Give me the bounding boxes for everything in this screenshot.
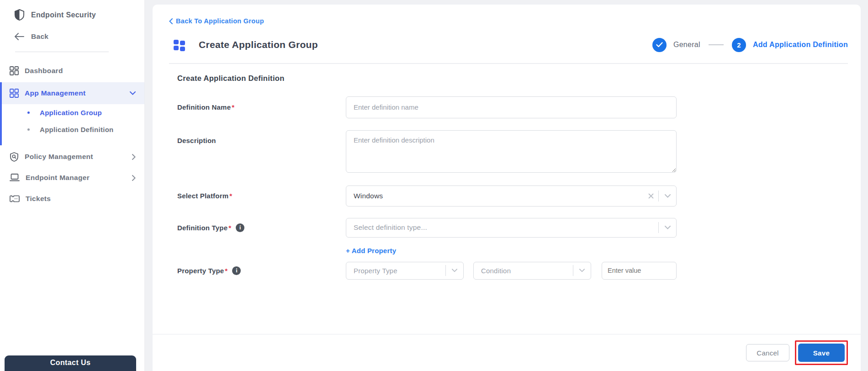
property-type-placeholder: Property Type — [346, 267, 445, 275]
chevron-down-icon[interactable] — [659, 194, 676, 198]
laptop-icon — [10, 174, 20, 182]
step-add-definition-label: Add Application Definition — [753, 41, 848, 49]
policy-shield-icon — [10, 152, 19, 162]
sidebar: Endpoint Security Back Dashboard App Man… — [0, 0, 145, 371]
brand: Endpoint Security — [0, 0, 144, 21]
ticket-icon — [10, 195, 20, 202]
required-asterisk: * — [232, 103, 234, 111]
contact-us-button[interactable]: Contact Us — [5, 355, 136, 371]
sidebar-item-label: Policy Management — [25, 153, 93, 161]
chevron-down-icon[interactable] — [573, 269, 591, 272]
definition-type-placeholder: Select definition type... — [346, 223, 658, 232]
description-row: Description — [177, 130, 848, 175]
info-icon[interactable]: i — [236, 223, 244, 232]
save-highlight-annotation: Save — [795, 340, 848, 365]
app-grid-icon — [10, 89, 19, 98]
main-area: Back To Application Group Create Applica… — [145, 0, 868, 371]
definition-name-label: Definition Name* — [177, 103, 234, 111]
section-title: Create Application Definition — [177, 74, 848, 83]
chevron-down-icon[interactable] — [446, 269, 463, 272]
step-done-check-icon — [652, 38, 667, 52]
add-property-link[interactable]: + Add Property — [346, 247, 396, 254]
sidebar-item-policy-management[interactable]: Policy Management — [0, 146, 144, 167]
form-footer: Cancel Save — [153, 334, 861, 371]
sidebar-item-label: Dashboard — [25, 67, 63, 75]
platform-select[interactable]: Windows — [346, 186, 677, 207]
app-group-grid-icon — [174, 39, 185, 51]
chevron-right-icon — [132, 175, 136, 181]
sidebar-item-application-definition[interactable]: Application Definition — [2, 121, 144, 138]
definition-name-input[interactable] — [346, 96, 677, 118]
condition-placeholder: Condition — [474, 267, 573, 275]
required-asterisk: * — [229, 192, 232, 200]
sidebar-item-application-group[interactable]: Application Group — [2, 104, 144, 121]
sidebar-item-label: App Management — [25, 89, 85, 97]
page-title: Create Application Group — [199, 39, 318, 50]
chevron-down-icon[interactable] — [659, 226, 676, 229]
brand-name: Endpoint Security — [31, 11, 96, 19]
definition-type-label: Definition Type* — [177, 224, 231, 232]
select-platform-label: Select Platform* — [177, 192, 232, 200]
sidebar-item-app-management[interactable]: App Management — [2, 82, 144, 104]
sidebar-item-endpoint-manager[interactable]: Endpoint Manager — [0, 167, 144, 188]
bullet-icon — [27, 111, 30, 114]
cancel-button[interactable]: Cancel — [746, 344, 789, 361]
sidebar-subitem-label: Application Group — [40, 109, 102, 117]
save-button[interactable]: Save — [798, 344, 845, 362]
chevron-right-icon — [132, 154, 136, 160]
platform-select-value: Windows — [346, 192, 644, 200]
sidebar-divider — [15, 52, 109, 52]
required-asterisk: * — [225, 267, 228, 275]
info-icon[interactable]: i — [232, 266, 241, 275]
sidebar-item-tickets[interactable]: Tickets — [0, 188, 144, 209]
stepper: General 2 Add Application Definition — [652, 38, 848, 52]
back-to-application-group-link[interactable]: Back To Application Group — [169, 17, 264, 25]
required-asterisk: * — [228, 224, 231, 232]
property-type-row: Property Type* i Property Type Condition — [177, 262, 848, 280]
step-2-circle: 2 — [732, 38, 746, 52]
description-textarea[interactable] — [346, 130, 677, 173]
sidebar-back-button[interactable]: Back — [0, 21, 144, 41]
step-general-label: General — [673, 41, 700, 49]
card-header: Back To Application Group Create Applica… — [153, 5, 861, 64]
dashboard-grid-icon — [10, 66, 19, 75]
clear-selection-icon[interactable] — [644, 193, 658, 199]
sidebar-item-dashboard[interactable]: Dashboard — [0, 60, 144, 81]
property-type-label: Property Type* — [177, 267, 228, 275]
select-platform-row: Select Platform* Windows — [177, 186, 848, 207]
definition-type-select[interactable]: Select definition type... — [346, 218, 677, 238]
sidebar-back-label: Back — [31, 32, 48, 41]
sidebar-nav: Dashboard App Management Application Gro… — [0, 60, 144, 209]
sidebar-subitem-label: Application Definition — [40, 126, 114, 133]
title-row: Create Application Group General 2 Add A… — [169, 38, 848, 52]
chevron-left-icon — [169, 18, 173, 24]
content-card: Back To Application Group Create Applica… — [153, 5, 861, 371]
form-body: Create Application Definition Definition… — [153, 64, 861, 280]
bullet-icon — [27, 128, 30, 131]
back-link-label: Back To Application Group — [176, 17, 264, 25]
property-type-select[interactable]: Property Type — [346, 262, 464, 280]
description-label: Description — [177, 137, 216, 144]
condition-select[interactable]: Condition — [473, 262, 591, 280]
property-value-input[interactable] — [602, 262, 677, 280]
sidebar-item-label: Tickets — [26, 195, 51, 203]
step-connector — [709, 44, 724, 45]
shield-logo-icon — [14, 9, 25, 21]
sidebar-item-label: Endpoint Manager — [26, 174, 90, 182]
definition-name-row: Definition Name* — [177, 96, 848, 118]
arrow-left-icon — [14, 33, 24, 40]
chevron-down-icon — [130, 91, 136, 95]
sidebar-group-app-management: App Management Application Group Applica… — [0, 82, 144, 145]
definition-type-row: Definition Type* i Select definition typ… — [177, 218, 848, 238]
